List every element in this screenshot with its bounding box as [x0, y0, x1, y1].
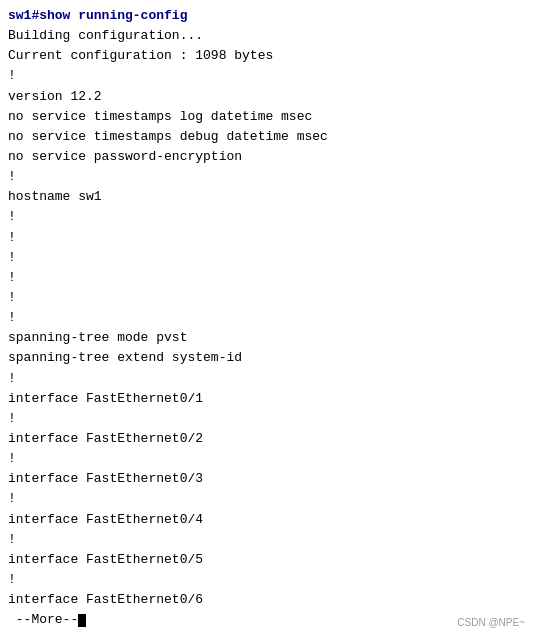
cursor — [78, 614, 86, 627]
terminal-line: ! — [8, 369, 525, 389]
terminal-line: spanning-tree mode pvst — [8, 328, 525, 348]
terminal-output: sw1#show running-configBuilding configur… — [8, 6, 525, 630]
terminal-line: interface FastEthernet0/3 — [8, 469, 525, 489]
terminal-line: hostname sw1 — [8, 187, 525, 207]
terminal-line: ! — [8, 268, 525, 288]
terminal-line: interface FastEthernet0/5 — [8, 550, 525, 570]
terminal-line: ! — [8, 228, 525, 248]
terminal-line: spanning-tree extend system-id — [8, 348, 525, 368]
terminal-line: ! — [8, 207, 525, 227]
terminal-line: --More-- — [8, 610, 525, 630]
terminal-line: no service timestamps log datetime msec — [8, 107, 525, 127]
terminal-line: ! — [8, 489, 525, 509]
terminal-line: ! — [8, 449, 525, 469]
terminal-line: ! — [8, 288, 525, 308]
terminal-line: Building configuration... — [8, 26, 525, 46]
terminal-line: no service timestamps debug datetime mse… — [8, 127, 525, 147]
terminal-line: ! — [8, 66, 525, 86]
terminal-line: interface FastEthernet0/2 — [8, 429, 525, 449]
terminal-line: interface FastEthernet0/1 — [8, 389, 525, 409]
terminal-line: interface FastEthernet0/6 — [8, 590, 525, 610]
terminal-line: no service password-encryption — [8, 147, 525, 167]
terminal-line: interface FastEthernet0/4 — [8, 510, 525, 530]
terminal-line: version 12.2 — [8, 87, 525, 107]
terminal-line: Current configuration : 1098 bytes — [8, 46, 525, 66]
terminal-line: ! — [8, 308, 525, 328]
terminal-line: ! — [8, 530, 525, 550]
terminal-window: sw1#show running-configBuilding configur… — [0, 0, 533, 636]
terminal-line: ! — [8, 167, 525, 187]
watermark: CSDN @NPE~ — [457, 617, 525, 628]
terminal-line: ! — [8, 570, 525, 590]
terminal-line: sw1#show running-config — [8, 6, 525, 26]
terminal-line: ! — [8, 248, 525, 268]
terminal-line: ! — [8, 409, 525, 429]
